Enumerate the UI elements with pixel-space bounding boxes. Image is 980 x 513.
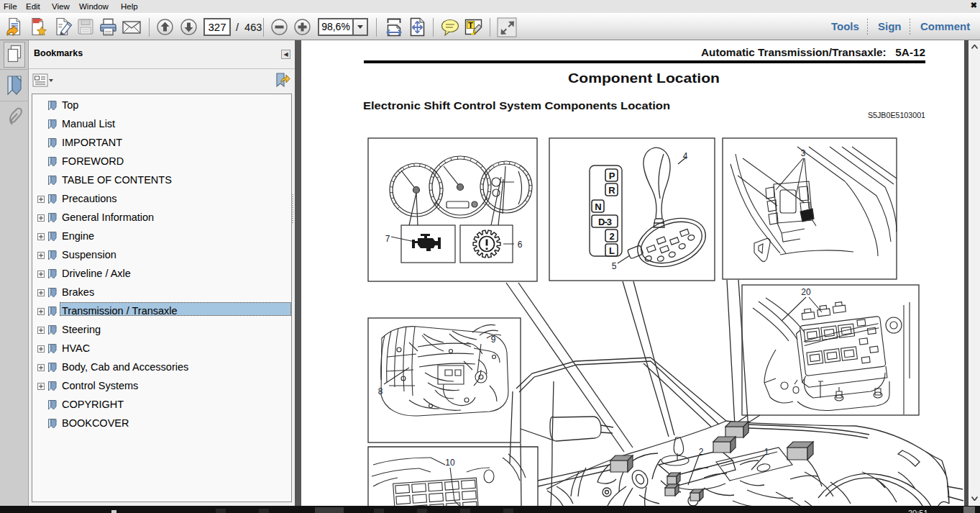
svg-text:2: 2 <box>609 231 614 242</box>
svg-text:2: 2 <box>699 447 704 457</box>
svg-text:10: 10 <box>445 458 455 468</box>
svg-text:N: N <box>595 201 601 212</box>
svg-text:Component Location: Component Location <box>568 71 720 86</box>
svg-text:Automatic Transmission/Transax: Automatic Transmission/Transaxle: 5A-12 <box>701 46 925 58</box>
svg-text:T: T <box>468 21 473 29</box>
svg-text:3: 3 <box>801 148 806 158</box>
svg-text:1: 1 <box>764 447 769 457</box>
svg-text:9: 9 <box>491 335 496 345</box>
svg-text:6: 6 <box>518 240 523 250</box>
svg-text:P: P <box>609 171 615 181</box>
svg-text:20: 20 <box>801 287 811 297</box>
svg-text:S5JB0E5103001: S5JB0E5103001 <box>868 112 925 119</box>
svg-text:4: 4 <box>683 151 688 161</box>
svg-text:8: 8 <box>378 386 383 396</box>
svg-text:5: 5 <box>612 261 617 271</box>
svg-text:D-3: D-3 <box>598 217 612 227</box>
svg-text:L: L <box>609 245 615 256</box>
svg-text:7: 7 <box>385 234 390 244</box>
svg-text:Electronic Shift Control Syste: Electronic Shift Control System Componen… <box>363 99 670 112</box>
svg-text:R: R <box>608 185 615 196</box>
